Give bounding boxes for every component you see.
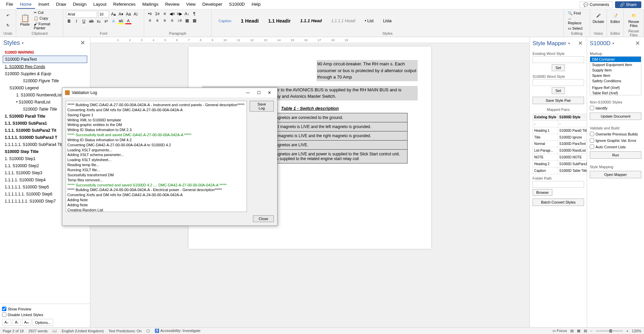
font-color-button[interactable]: A [125, 18, 131, 24]
document-paragraph[interactable]: 90 Amp circuit-breaker. The RH main s. E… [317, 60, 418, 81]
style-entry[interactable]: S1000D Supplies & Equip [3, 70, 87, 77]
styles-pane-close-icon[interactable]: ✕ [79, 39, 87, 47]
change-case-button[interactable]: Aa [125, 11, 131, 17]
text-effects-button[interactable]: A [110, 18, 117, 24]
clear-format-button[interactable]: A⃠ [133, 11, 139, 17]
markup-item[interactable]: Table Ref (Xref) [590, 90, 641, 95]
decrease-font-button[interactable]: A▾ [118, 11, 124, 17]
styles-gallery[interactable]: Caption1 Headi1.1 Headir1.1.1 Head1.1.1.… [214, 11, 561, 31]
menu-review[interactable]: Review [162, 0, 183, 9]
highlight-button[interactable]: ab [118, 18, 124, 24]
menu-layout[interactable]: Layout [90, 0, 110, 9]
style-gallery-item[interactable]: • List [362, 17, 377, 25]
markup-item[interactable]: Figure Ref (Xref) [590, 85, 641, 90]
styles-options-button[interactable]: Options... [33, 319, 53, 326]
borders-button[interactable]: ▦ [191, 18, 197, 24]
new-style-button[interactable]: A₊ [2, 319, 11, 326]
cut-button[interactable]: ✂ Cut [32, 10, 60, 15]
mapped-cell[interactable]: Caption [533, 168, 558, 174]
menu-view[interactable]: View [183, 0, 199, 9]
superscript-button[interactable]: x² [103, 18, 109, 24]
bullets-button[interactable]: •≡ [147, 11, 153, 17]
save-style-pair-button[interactable]: Save Style Pair [533, 97, 584, 104]
menu-mailings[interactable]: Mailings [139, 0, 162, 9]
s1000d-options-icon[interactable]: ▾ [612, 41, 614, 45]
update-document-button[interactable]: Update Document [590, 113, 641, 120]
subscript-button[interactable]: x₂ [96, 18, 102, 24]
markup-item[interactable]: DM Container [590, 57, 641, 62]
style-gallery-item[interactable]: Lista [380, 17, 394, 25]
style-gallery-item[interactable]: 1.1.1 Head [297, 17, 325, 25]
redo-button[interactable]: ↻ [3, 21, 13, 30]
style-gallery-item[interactable]: 1.1.1.1 Headi [328, 17, 358, 25]
justify-button[interactable]: ≡ [169, 18, 175, 24]
markup-item[interactable]: Spare Item [590, 73, 641, 78]
set-existing-button[interactable]: Set [552, 64, 565, 71]
disable-linked-checkbox[interactable] [2, 312, 6, 317]
run-button[interactable]: Run [590, 151, 641, 159]
set-s1000d-button[interactable]: Set [552, 87, 565, 94]
menu-home[interactable]: Home [17, 0, 35, 9]
save-log-button[interactable]: Save Log [250, 101, 274, 112]
s1000d-style-input[interactable] [533, 79, 584, 86]
mapped-cell[interactable]: List Paragr... [533, 147, 558, 154]
share-button[interactable]: 🔗 Share [615, 1, 641, 8]
mapped-cell[interactable]: - [533, 120, 558, 127]
paste-button[interactable]: 📋Paste [19, 13, 31, 27]
menu-insert[interactable]: Insert [35, 0, 53, 9]
mapped-pairs-table[interactable]: Existing StyleS1000D Style --Heading 1S1… [533, 114, 593, 174]
font-size-select[interactable] [98, 11, 109, 18]
replace-button[interactable]: ↔ Replace [567, 17, 587, 25]
existing-style-input[interactable] [533, 56, 584, 63]
format-painter-button[interactable]: 🖌 Format Painter [32, 22, 60, 30]
browse-button[interactable]: Browse [533, 189, 552, 196]
menu-file[interactable]: File [3, 0, 17, 9]
multilevel-button[interactable]: ≡ [162, 11, 168, 17]
horizontal-ruler[interactable]: 12345678910111213141516171819 [90, 37, 529, 43]
select-button[interactable]: ▭ Select [567, 26, 587, 31]
dialog-minimize-button[interactable]: — [243, 89, 253, 96]
show-preview-checkbox[interactable] [2, 307, 6, 311]
autoconvert-checkbox[interactable] [590, 145, 594, 149]
menu-developer[interactable]: Developer [199, 0, 226, 9]
style-entry[interactable]: 1. S1000D Req Conds [3, 63, 87, 70]
mapped-cell[interactable]: Normal [533, 141, 558, 147]
dialog-close-button[interactable]: ✕ [264, 89, 275, 96]
italic-button[interactable]: I [73, 18, 79, 24]
line-spacing-button[interactable]: ↕≡ [176, 18, 183, 24]
align-right-button[interactable]: ≡ [162, 18, 168, 24]
table-cell-value[interactable]: The right magneto is LIVE and the left m… [260, 122, 408, 131]
show-marks-button[interactable]: ¶ [191, 11, 197, 17]
bold-button[interactable]: B [66, 18, 72, 24]
close-dialog-button[interactable]: Close [253, 215, 274, 222]
style-inspector-button[interactable]: Aᵢ [12, 319, 20, 326]
table-cell-value[interactable]: The left magneto is LIVE and the right m… [260, 131, 408, 140]
mapped-cell[interactable]: Heading 1 [533, 127, 558, 134]
dictate-button[interactable]: 🎤Dictate [593, 11, 604, 24]
mapper-close-icon[interactable]: ✕ [577, 40, 584, 47]
numbering-button[interactable]: 1≡ [154, 11, 160, 17]
overwrite-checkbox[interactable] [590, 132, 594, 136]
menu-help[interactable]: Help [248, 0, 264, 9]
increase-indent-button[interactable]: ≡▶ [176, 11, 183, 17]
markup-item[interactable]: Supply Item [590, 67, 641, 73]
align-left-button[interactable]: ≡ [147, 18, 153, 24]
style-entry[interactable]: S1000D Figure Title [3, 78, 87, 84]
decrease-indent-button[interactable]: ◀≡ [169, 11, 175, 17]
align-center-button[interactable]: ≡ [154, 18, 160, 24]
styles-pane-options-icon[interactable]: ▾ [22, 41, 24, 45]
table-cell-value[interactable]: Both magnetos are connected to the groun… [260, 113, 408, 122]
mapper-options-icon[interactable]: ▾ [568, 41, 570, 45]
reuse-files-button[interactable]: 📁Reuse Files [626, 11, 641, 28]
mapped-cell[interactable]: Title [533, 134, 558, 141]
menu-s1000d[interactable]: S1000D [226, 0, 248, 9]
copy-button[interactable]: 📋 Copy [32, 16, 60, 21]
style-gallery-item[interactable]: 1 Headi [238, 16, 262, 25]
ignore-graphic-checkbox[interactable] [590, 138, 594, 143]
folder-path-input[interactable] [533, 181, 584, 188]
validation-log-textbox[interactable]: ***** Building DMC-DA42-A-27-00-00-00A-0… [66, 101, 247, 212]
increase-font-button[interactable]: A▴ [110, 11, 117, 17]
table-cell-value[interactable]: Both magnetos are LIVE. [260, 140, 408, 149]
dialog-maximize-button[interactable]: ☐ [254, 89, 264, 96]
table-cell-value[interactable]: Both magnetos are LIVE and power is supp… [260, 149, 408, 163]
